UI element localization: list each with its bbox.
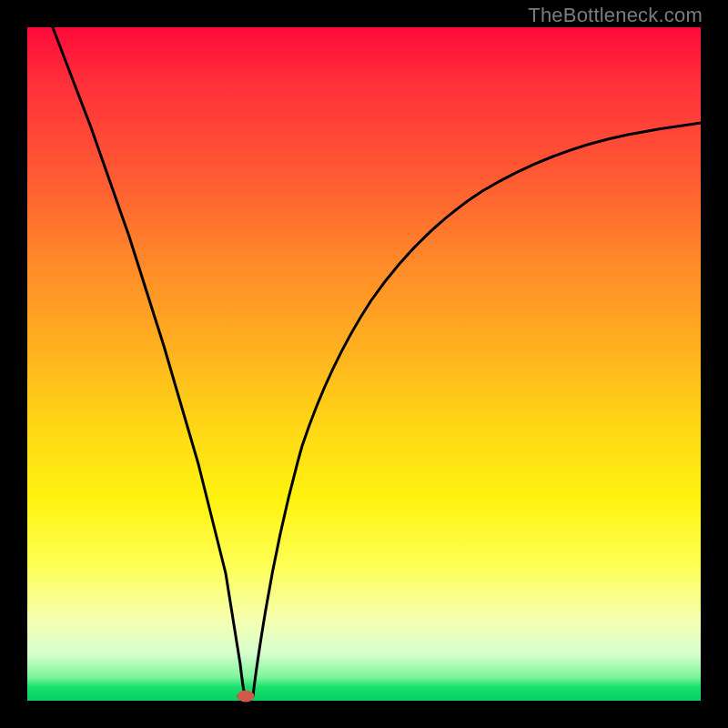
chart-frame: TheBottleneck.com bbox=[0, 0, 728, 728]
plot-area bbox=[27, 27, 701, 701]
curve-left-branch bbox=[51, 23, 246, 696]
minimum-marker bbox=[238, 691, 255, 703]
curve-right-branch bbox=[253, 123, 703, 696]
bottleneck-curve bbox=[27, 27, 701, 701]
watermark-text: TheBottleneck.com bbox=[528, 4, 703, 27]
